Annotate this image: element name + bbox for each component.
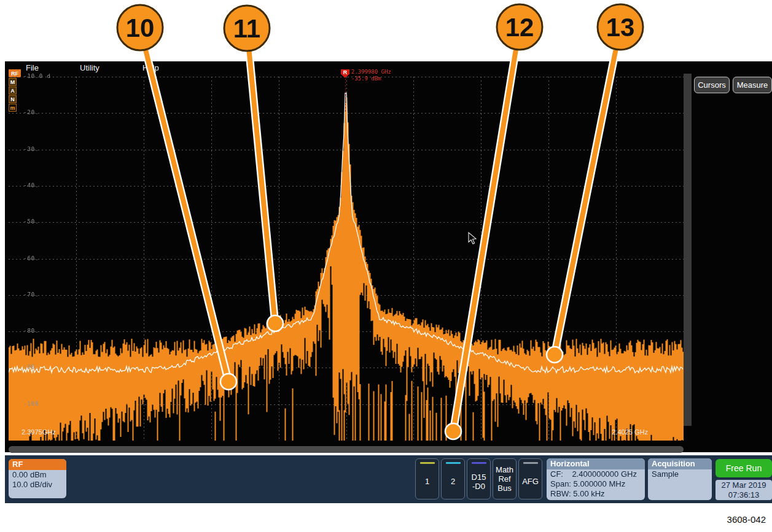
trace-indicator-icon (16, 429, 19, 435)
horizontal-panel-title: Horizontal (547, 458, 645, 469)
span: Span: 5.000000 MHz (547, 479, 645, 489)
y-axis-label: -80. (23, 328, 39, 334)
figure-number: 3608-042 (727, 514, 766, 525)
menu-file[interactable]: File (26, 63, 39, 72)
button-ch1[interactable]: 1 (415, 458, 439, 499)
date-label: 27 Mar 2019 (722, 480, 766, 490)
callout-number-11: 11 (233, 14, 260, 43)
channel-buttons: 12D15-D0MathRefBusAFG (415, 458, 542, 499)
y-axis-label: -10.0 d (23, 73, 51, 79)
y-axis-label: -60. (23, 255, 39, 261)
rf-panel-title: RF (9, 459, 66, 470)
callout-number-10: 10 (126, 13, 155, 42)
spectrum-canvas (9, 74, 684, 441)
measure-button[interactable]: Measure (733, 77, 772, 93)
rf-scale: 10.0 dB/div (9, 480, 66, 490)
acquisition-panel[interactable]: Acquisition Sample (648, 458, 712, 500)
afg-label: AFG (519, 464, 542, 499)
oscilloscope-screen: File Utility Help RFMANm -10.0 d-20.-30.… (5, 61, 772, 452)
y-axis-label: -30. (23, 146, 39, 152)
horizontal-scrollbar[interactable] (9, 446, 684, 453)
cursors-button[interactable]: Cursors (694, 77, 730, 93)
marker-readout: 2.399980 GHz -35.9 dBm (351, 69, 391, 82)
y-axis-label: -70. (23, 291, 39, 298)
y-axis-label: -90. (23, 364, 39, 370)
vertical-scrollbar[interactable] (684, 74, 692, 426)
button-math-ref-bus[interactable]: MathRefBus (493, 458, 517, 499)
callout-circle-12 (497, 4, 542, 50)
button-afg[interactable]: AFG (518, 458, 542, 499)
digital-label: D15-D0 (467, 464, 490, 499)
stop-frequency-label: 2.4025 GHz (612, 428, 648, 436)
callout-circle-10 (117, 5, 163, 50)
center-frequency: CF: 2.400000000 GHz (547, 469, 645, 479)
rf-channel-panel[interactable]: RF 0.00 dBm 10.0 dB/div (9, 459, 66, 498)
start-frequency-label: 2.3975GHz (16, 428, 56, 436)
y-axis-label: -40. (23, 182, 39, 188)
callout-circle-11 (224, 6, 270, 51)
y-axis-label: -100 (23, 401, 39, 407)
ch1-label: 1 (416, 464, 439, 499)
button-ch2[interactable]: 2 (441, 458, 465, 499)
y-axis-label: -20. (23, 109, 39, 115)
menu-help[interactable]: Help (142, 63, 159, 72)
run-state-button[interactable]: Free Run (715, 459, 772, 477)
acquisition-mode: Sample (648, 469, 712, 479)
mouse-cursor-icon (468, 232, 478, 245)
marker-reference-line (345, 79, 346, 112)
callout-number-13: 13 (606, 13, 635, 42)
ch2-label: 2 (442, 464, 464, 499)
menu-utility[interactable]: Utility (80, 63, 99, 72)
spectrum-graticule: -10.0 d-20.-30.-40.-50.-60.-70.-80.-90.-… (9, 74, 684, 441)
bottom-status-bar: RF 0.00 dBm 10.0 dB/div 12D15-D0MathRefB… (5, 455, 772, 503)
button-digital[interactable]: D15-D0 (467, 458, 491, 499)
marker-level: -35.9 dBm (351, 75, 381, 82)
callout-number-12: 12 (505, 13, 534, 42)
horizontal-panel[interactable]: Horizontal CF: 2.400000000 GHz Span: 5.0… (547, 458, 645, 500)
marker-frequency: 2.399980 GHz (351, 69, 391, 75)
rf-level: 0.00 dBm (9, 470, 66, 480)
math-ref-bus-label: MathRefBus (493, 459, 516, 499)
callout-circle-13 (598, 4, 643, 50)
y-axis-label: -50. (23, 218, 39, 225)
rbw: RBW: 5.00 kHz (547, 489, 645, 499)
acquisition-panel-title: Acquisition (648, 458, 712, 469)
time-label: 07:36:13 (728, 490, 760, 499)
datetime-display: 27 Mar 201907:36:13 (715, 480, 772, 500)
